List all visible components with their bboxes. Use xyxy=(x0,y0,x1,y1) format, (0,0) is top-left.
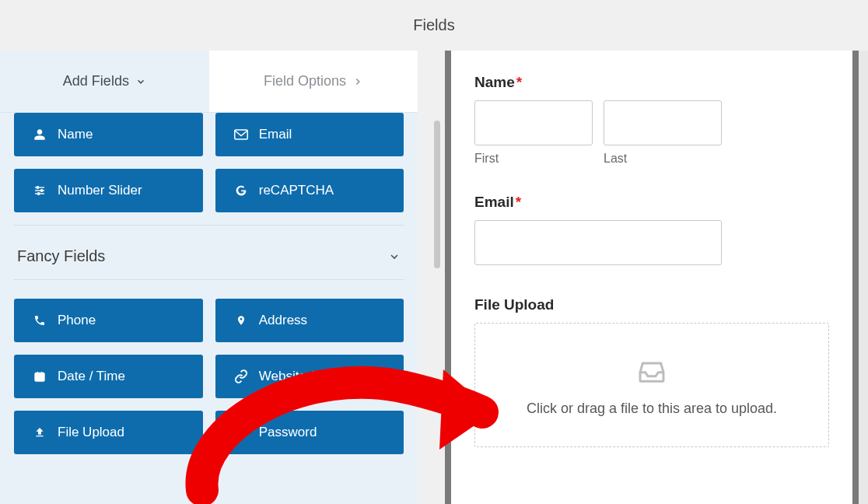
svg-rect-7 xyxy=(35,373,44,381)
phone-icon xyxy=(33,313,47,327)
field-date-time-label: Date / Time xyxy=(58,369,125,384)
file-upload-dropzone[interactable]: Click or drag a file to this area to upl… xyxy=(474,323,829,447)
field-password-button[interactable]: Password xyxy=(215,411,404,454)
section-fancy-fields[interactable]: Fancy Fields xyxy=(14,225,404,280)
lock-icon xyxy=(234,425,248,439)
page-title: Fields xyxy=(0,0,868,51)
last-sublabel: Last xyxy=(604,152,722,166)
svg-rect-0 xyxy=(234,130,247,139)
dropzone-text: Click or drag a file to this area to upl… xyxy=(527,401,777,417)
tab-add-fields-label: Add Fields xyxy=(63,73,129,89)
file-upload-label: File Upload xyxy=(474,296,829,313)
form-preview-panel: Name* First Last Email* File Upload Clic… xyxy=(445,51,859,504)
sliders-icon xyxy=(33,184,47,198)
svg-point-5 xyxy=(40,190,43,192)
chevron-down-icon xyxy=(135,76,146,87)
field-website-url-button[interactable]: Website / URL xyxy=(215,355,404,398)
field-recaptcha-label: reCAPTCHA xyxy=(259,183,334,198)
left-panel: Add Fields Field Options Name xyxy=(0,51,418,504)
field-phone-button[interactable]: Phone xyxy=(14,299,203,342)
name-label: Name* xyxy=(474,74,829,91)
field-address-label: Address xyxy=(259,313,307,328)
field-phone-label: Phone xyxy=(58,313,96,328)
field-password-label: Password xyxy=(259,425,317,440)
field-recaptcha-button[interactable]: reCAPTCHA xyxy=(215,169,404,212)
calendar-icon xyxy=(33,369,47,383)
map-pin-icon xyxy=(234,313,248,327)
first-sublabel: First xyxy=(474,152,593,166)
google-icon xyxy=(234,184,248,198)
svg-point-6 xyxy=(37,193,40,195)
scrollbar-gutter xyxy=(418,51,445,504)
envelope-icon xyxy=(234,128,248,142)
field-file-upload-button[interactable]: File Upload xyxy=(14,411,203,454)
chevron-down-icon xyxy=(388,250,401,263)
chevron-right-icon xyxy=(352,76,363,87)
last-name-input[interactable] xyxy=(604,100,722,145)
field-email-button[interactable]: Email xyxy=(215,113,404,156)
tab-field-options-label: Field Options xyxy=(264,73,346,89)
field-name-button[interactable]: Name xyxy=(14,113,203,156)
field-email-label: Email xyxy=(259,127,292,142)
user-icon xyxy=(33,128,47,142)
scrollbar-thumb[interactable] xyxy=(434,121,440,268)
field-address-button[interactable]: Address xyxy=(215,299,404,342)
field-file-upload-label: File Upload xyxy=(58,425,124,440)
tab-add-fields[interactable]: Add Fields xyxy=(0,51,209,112)
inbox-icon xyxy=(635,354,669,388)
first-name-input[interactable] xyxy=(474,100,593,145)
link-icon xyxy=(234,369,248,383)
tab-field-options[interactable]: Field Options xyxy=(209,51,418,112)
email-label: Email* xyxy=(474,194,829,211)
upload-icon xyxy=(33,425,47,439)
section-fancy-label: Fancy Fields xyxy=(17,247,105,265)
field-number-slider-label: Number Slider xyxy=(58,183,142,198)
field-date-time-button[interactable]: Date / Time xyxy=(14,355,203,398)
field-name-label: Name xyxy=(58,127,93,142)
field-number-slider-button[interactable]: Number Slider xyxy=(14,169,203,212)
page-title-text: Fields xyxy=(413,16,454,34)
svg-point-4 xyxy=(37,187,39,189)
email-input[interactable] xyxy=(474,220,722,265)
field-website-url-label: Website / URL xyxy=(259,369,344,384)
